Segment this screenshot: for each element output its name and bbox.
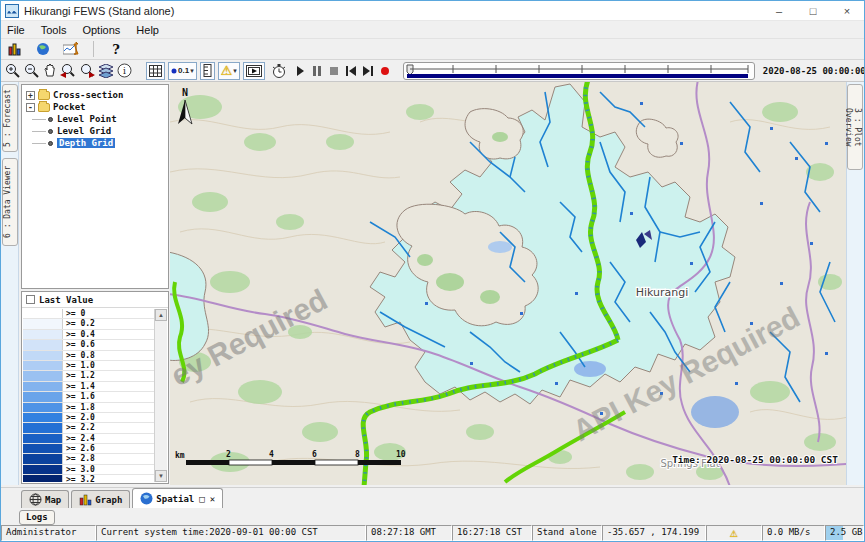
legend-row[interactable]: >= 0.2 [23, 319, 154, 329]
left-dock-strip: 5 : Forecast 6 : Data Viewer [1, 82, 19, 485]
menu-help[interactable]: Help [136, 24, 159, 36]
tab-forecast[interactable]: 5 : Forecast [2, 84, 18, 152]
legend-color-swatch [23, 475, 63, 482]
expand-icon[interactable]: + [26, 91, 35, 100]
menu-bar: File Tools Options Help [1, 21, 864, 38]
stopwatch-icon[interactable] [271, 62, 287, 80]
close-button[interactable]: × [830, 1, 864, 20]
map-view[interactable]: ey Required API Key Required Hikurangi S… [170, 82, 846, 485]
tree-item-depth-grid[interactable]: Depth Grid [22, 137, 168, 149]
main-toolbar: ? [1, 38, 864, 59]
tree-item-cross-section[interactable]: + Cross-section [22, 89, 168, 101]
legend-class-label: >= 1.6 [63, 392, 154, 401]
map-toolbar: i 0.1 ▾ ⚠ ▾ [1, 59, 864, 82]
legend-row[interactable]: >= 1.0 [23, 361, 154, 371]
legend-color-swatch [23, 340, 63, 349]
last-value-label: Last Value [39, 295, 93, 305]
legend-row[interactable]: >= 2.4 [23, 434, 154, 444]
chevron-down-icon: ▾ [233, 67, 237, 75]
animation-window-button[interactable] [243, 62, 265, 80]
pause-button[interactable] [310, 62, 324, 80]
legend-row[interactable]: >= 1.2 [23, 371, 154, 381]
tree-item-pocket[interactable]: - Pocket [22, 101, 168, 113]
zoom-previous-icon[interactable] [60, 62, 76, 80]
legend-class-label: >= 2.6 [63, 444, 154, 453]
chart-export-icon[interactable] [61, 40, 81, 58]
maximize-tab-icon[interactable]: □ [199, 494, 204, 504]
legend-color-swatch [23, 423, 63, 432]
legend-row[interactable]: >= 3.0 [23, 465, 154, 475]
legend-row[interactable]: >= 0 [23, 309, 154, 319]
tab-map[interactable]: Map [21, 490, 69, 508]
legend-row[interactable]: >= 0.4 [23, 330, 154, 340]
tab-data-viewer[interactable]: 6 : Data Viewer [2, 158, 18, 246]
menu-options[interactable]: Options [82, 24, 120, 36]
time-slider[interactable] [403, 62, 755, 80]
scroll-down-icon[interactable]: ▼ [155, 470, 167, 482]
legend-row[interactable]: >= 3.2 [23, 475, 154, 482]
last-value-checkbox[interactable] [26, 295, 35, 304]
legend-class-label: >= 1.2 [63, 371, 154, 380]
zoom-out-icon[interactable] [24, 62, 40, 80]
legend-row[interactable]: >= 2.0 [23, 413, 154, 423]
toolbar-separator [93, 41, 94, 57]
step-back-button[interactable] [344, 62, 358, 80]
help-button[interactable]: ? [106, 40, 126, 58]
tree-item-level-point[interactable]: Level Point [22, 113, 168, 125]
legend-row[interactable]: >= 0.6 [23, 340, 154, 350]
window-title: Hikurangi FEWS (Stand alone) [24, 5, 174, 17]
logs-button[interactable]: Logs [19, 510, 55, 525]
svg-text:4: 4 [269, 450, 274, 459]
legend-color-swatch [23, 434, 63, 443]
menu-tools[interactable]: Tools [41, 24, 67, 36]
play-button[interactable] [293, 62, 307, 80]
minimize-button[interactable]: – [762, 1, 796, 20]
status-download-speed: 0.0 MB/s [762, 525, 825, 541]
database-icon[interactable] [5, 40, 25, 58]
legend-class-label: >= 1.4 [63, 382, 154, 391]
tree-item-level-grid[interactable]: Level Grid [22, 125, 168, 137]
close-tab-icon[interactable]: ✕ [210, 494, 215, 504]
legend-scrollbar[interactable]: ▲ ▼ [154, 309, 167, 482]
status-system-time: Current system time:2020-09-01 00:00 CST [96, 525, 366, 541]
legend-row[interactable]: >= 1.4 [23, 382, 154, 392]
tab-graph[interactable]: Graph [71, 490, 130, 508]
step-forward-button[interactable] [361, 62, 375, 80]
status-warning-icon[interactable]: ⚠ [706, 525, 762, 541]
legend-row[interactable]: >= 2.2 [23, 423, 154, 433]
contour-interval-dropdown[interactable]: 0.1 ▾ [168, 62, 197, 80]
legend-header: Last Value [22, 292, 168, 308]
legend-row[interactable]: >= 1.8 [23, 403, 154, 413]
legend-color-swatch [23, 392, 63, 401]
legend-row[interactable]: >= 2.8 [23, 454, 154, 464]
legend-color-swatch [23, 454, 63, 463]
info-icon[interactable]: i [117, 62, 132, 80]
pan-hand-icon[interactable] [43, 62, 57, 80]
tab-plot-overview[interactable]: 3 : Plot Overview [847, 84, 863, 170]
status-coordinates: -35.657 , 174.199 [602, 525, 706, 541]
legend-class-label: >= 1.0 [63, 361, 154, 370]
globe-icon[interactable] [33, 40, 53, 58]
legend-row[interactable]: >= 0.8 [23, 351, 154, 361]
record-button[interactable] [378, 62, 392, 80]
legend-row[interactable]: >= 1.6 [23, 392, 154, 402]
grid-toggle-button[interactable] [146, 62, 165, 80]
maximize-button[interactable]: □ [796, 1, 830, 20]
scale-legend-button[interactable] [200, 62, 215, 80]
layers-icon[interactable] [98, 62, 114, 80]
legend-row[interactable]: >= 2.6 [23, 444, 154, 454]
warning-threshold-dropdown[interactable]: ⚠ ▾ [218, 62, 240, 80]
status-memory-usage: 2.5 GB [825, 525, 864, 541]
legend-color-swatch [23, 361, 63, 370]
tab-spatial[interactable]: Spatial □ ✕ [132, 488, 223, 508]
collapse-icon[interactable]: - [26, 103, 35, 112]
node-dot-icon [48, 141, 53, 146]
zoom-next-icon[interactable] [79, 62, 95, 80]
zoom-in-icon[interactable] [5, 62, 21, 80]
menu-file[interactable]: File [7, 24, 25, 36]
map-canvas: ey Required API Key Required Hikurangi S… [170, 82, 846, 485]
svg-text:i: i [123, 66, 126, 76]
scroll-up-icon[interactable]: ▲ [155, 309, 167, 321]
filter-tree: + Cross-section - Pocket Level Point Lev… [21, 84, 169, 289]
stop-button[interactable] [327, 62, 341, 80]
